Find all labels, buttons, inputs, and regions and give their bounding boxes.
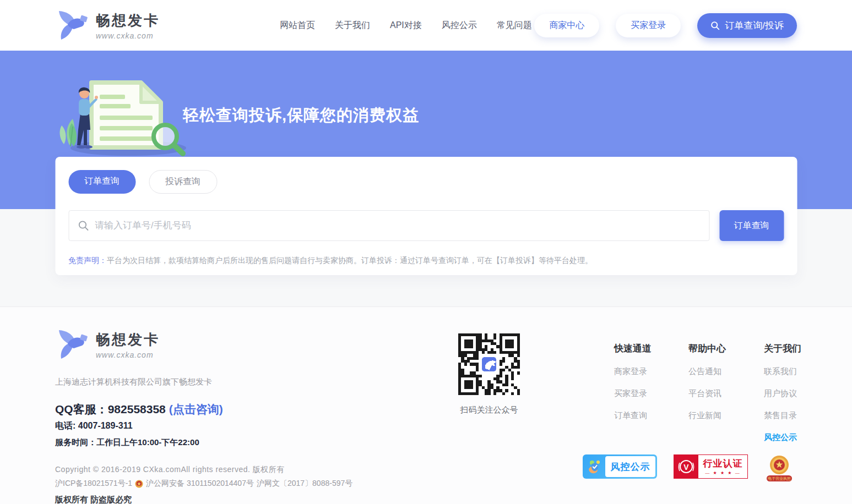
nav-item-about[interactable]: 关于我们 [335, 20, 370, 31]
qq-label: QQ客服： [55, 403, 108, 415]
search-icon [710, 21, 720, 30]
cta-label: 订单查询/投诉 [725, 19, 784, 32]
disclaimer-label: 免责声明： [68, 256, 107, 265]
license-badge-icon: 电子营业执照 [764, 454, 794, 483]
wenwang-number: 沪网文〔2017〕8088-597号 [257, 479, 352, 489]
column-title: 关于我们 [764, 342, 830, 355]
risk-badge-icon [584, 458, 605, 475]
qq-service-line: QQ客服：982558358 (点击咨询) [55, 402, 223, 417]
tab-complaint-query[interactable]: 投诉查询 [149, 170, 217, 194]
header: 畅想发卡 www.cxka.com 网站首页 关于我们 API对接 风控公示 常… [0, 0, 852, 51]
industry-badge-stars: — ★ ★ ★ — [698, 470, 747, 475]
disclaimer: 免责声明：平台为次日结算，款项结算给商户后所出现的售后问题请自行与卖家协商。订单… [68, 256, 784, 266]
qq-number: 982558358 [108, 403, 166, 415]
nav-item-faq[interactable]: 常见问题 [497, 20, 532, 31]
nav-item-home[interactable]: 网站首页 [280, 20, 315, 31]
risk-disclosure-badge[interactable]: 风控公示 [583, 454, 657, 479]
order-search-button[interactable]: 订单查询 [719, 210, 784, 241]
footer-column-quick: 快速通道 商家登录 买家登录 订单查询 [614, 342, 680, 421]
site-logo[interactable]: 畅想发卡 www.cxka.com [55, 10, 160, 41]
order-query-cta-button[interactable]: 订单查询/投诉 [697, 13, 797, 38]
police-filing-number[interactable]: 沪公网安备 31011502014407号 [146, 479, 254, 489]
document [91, 83, 161, 147]
industry-certification-badge[interactable]: V 行业认证 — ★ ★ ★ — [674, 454, 748, 479]
column-title: 快速通道 [614, 342, 680, 355]
icp-line: 沪ICP备18021571号-1 沪公网安备 31011502014407号 沪… [55, 479, 352, 489]
qr-code [458, 333, 520, 395]
industry-badge-icon: V [674, 455, 698, 478]
search-icon [78, 220, 89, 231]
footer-link[interactable]: 联系我们 [764, 366, 830, 377]
footer-link[interactable]: 禁售目录 [764, 410, 830, 421]
hero-title: 轻松查询投诉,保障您的消费权益 [183, 105, 419, 127]
copyright-line: Copyright © 2016-2019 CXka.comAll rights… [55, 465, 285, 475]
footer-link[interactable]: 商家登录 [614, 366, 680, 377]
svg-text:电子营业执照: 电子营业执照 [768, 476, 791, 481]
qq-consult-link[interactable]: (点击咨询) [169, 403, 223, 415]
order-search-box [68, 210, 709, 241]
company-line: 上海迪志计算机科技有限公司旗下畅想发卡 [55, 377, 212, 387]
phone-label: 电话: [55, 421, 75, 430]
brand-domain: www.cxka.com [96, 31, 160, 40]
footer-logo: 畅想发卡 www.cxka.com [55, 329, 160, 360]
plant [60, 119, 77, 146]
hero-illustration [48, 75, 203, 157]
footer-link[interactable]: 平台资讯 [688, 388, 755, 399]
order-search-input[interactable] [95, 220, 709, 231]
page: 畅想发卡 www.cxka.com 网站首页 关于我们 API对接 风控公示 常… [0, 0, 852, 504]
qr-caption: 扫码关注公众号 [458, 405, 520, 415]
industry-badge-label: 行业认证 [698, 457, 747, 470]
footer-link[interactable]: 买家登录 [614, 388, 680, 399]
merchant-center-button[interactable]: 商家中心 [534, 14, 599, 37]
tab-order-query[interactable]: 订单查询 [68, 170, 135, 194]
risk-badge-label: 风控公示 [605, 456, 655, 477]
nav-item-api[interactable]: API对接 [390, 20, 422, 31]
service-time: 工作日上午10:00-下午22:00 [96, 437, 199, 447]
phone-number: 4007-189-311 [78, 421, 133, 430]
footer-link[interactable]: 行业新闻 [688, 410, 755, 421]
footer: 畅想发卡 www.cxka.com 上海迪志计算机科技有限公司旗下畅想发卡 QQ… [0, 306, 852, 504]
bird-logo-icon [55, 10, 89, 41]
service-time-line: 服务时间：工作日上午10:00-下午22:00 [55, 437, 199, 448]
brand-domain: www.cxka.com [96, 350, 160, 359]
bird-logo-icon [55, 329, 89, 360]
footer-link[interactable]: 公告通知 [688, 366, 755, 377]
buyer-login-button[interactable]: 买家登录 [616, 14, 681, 37]
svg-text:V: V [683, 463, 689, 472]
header-actions: 商家中心 买家登录 订单查询/投诉 [534, 13, 797, 38]
main-nav: 网站首页 关于我们 API对接 风控公示 常见问题 [280, 20, 532, 31]
footer-link[interactable]: 用户协议 [764, 388, 830, 399]
disclaimer-text: 平台为次日结算，款项结算给商户后所出现的售后问题请自行与卖家协商。订单投诉：通过… [107, 256, 593, 265]
police-badge-icon [135, 480, 143, 488]
footer-column-about: 关于我们 联系我们 用户协议 禁售目录 风控公示 [764, 342, 830, 443]
anti-piracy-note: 版权所有 防盗版必究 [55, 495, 132, 504]
nav-item-risk[interactable]: 风控公示 [442, 20, 477, 31]
qr-block: 扫码关注公众号 [458, 333, 520, 415]
service-label: 服务时间： [55, 437, 96, 447]
footer-link-risk-disclosure[interactable]: 风控公示 [764, 432, 830, 443]
footer-link[interactable]: 订单查询 [614, 410, 680, 421]
footer-column-help: 帮助中心 公告通知 平台资讯 行业新闻 [688, 342, 755, 421]
column-title: 帮助中心 [688, 342, 755, 355]
icp-number[interactable]: 沪ICP备18021571号-1 [55, 479, 132, 489]
query-tabs: 订单查询 投诉查询 [68, 170, 784, 194]
e-business-license-badge[interactable]: 电子营业执照 [764, 454, 794, 485]
query-card: 订单查询 投诉查询 订单查询 免责声明：平台为次日结算，款项结算给商户后所出现的… [55, 157, 797, 275]
phone-line: 电话: 4007-189-311 [55, 420, 133, 432]
brand-name: 畅想发卡 [96, 11, 160, 30]
brand-name: 畅想发卡 [96, 330, 160, 349]
certification-badges: 风控公示 V 行业认证 — ★ ★ ★ — [583, 454, 794, 485]
